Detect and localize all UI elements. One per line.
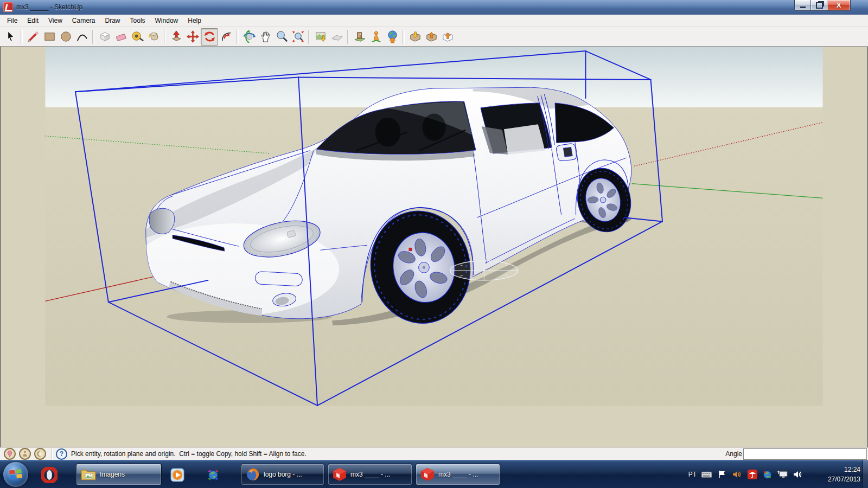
rotate-icon [203,30,216,43]
rotate-tool-button[interactable] [201,28,218,46]
paint-bucket-icon [147,30,161,43]
google-earth-icon [386,30,399,43]
move-icon [186,30,200,43]
get-current-view-icon [314,30,328,43]
menu-item[interactable]: Draw [100,15,125,26]
measurement-label: Angle [725,450,742,458]
menu-item[interactable]: View [43,15,67,26]
taskbar-button-label: mx3 ____ - ... [350,471,390,478]
add-new-building-button[interactable] [368,29,384,45]
make-component-button[interactable] [97,29,113,45]
minimize-button[interactable] [794,0,812,11]
speaker-icon[interactable] [793,470,803,480]
toolbar-separator [92,30,94,44]
geolocation-icon[interactable] [4,448,16,460]
restore-button[interactable] [810,0,828,11]
photo-textures-icon [353,30,367,43]
line-tool-button[interactable] [25,29,41,45]
menu-item[interactable]: Window [150,15,183,26]
inference-point [409,248,412,251]
measurement-input[interactable] [743,448,867,460]
status-help-text: Pick entity, rotation plane and origin. … [71,450,307,458]
menu-item[interactable]: Help [183,15,206,26]
close-icon: X [837,1,841,9]
restore-icon [816,2,823,9]
clock-date: 27/07/2013 [806,474,860,484]
sketchup-icon [420,467,435,481]
keyboard-icon[interactable] [701,470,712,480]
add-building-icon [369,30,383,43]
taskbar-button-label: logo borg - ... [264,471,302,478]
toolbar-separator [347,30,349,44]
rectangle-tool-button[interactable] [41,29,58,45]
status-bar: ? Pick entity, rotation plane and origin… [0,447,868,460]
toolbar [0,27,868,47]
toggle-terrain-button[interactable] [329,29,345,45]
model-scene [0,47,868,447]
pan-tool-button[interactable] [257,29,273,45]
orbit-icon [242,30,256,43]
windows-media-player-icon[interactable] [168,466,187,484]
taskbar-button-imagens[interactable]: Imagens [76,464,162,485]
zoom-extents-button[interactable] [290,29,306,45]
toolbar-separator [403,30,405,44]
system-tray: PT [688,460,803,488]
menu-item[interactable]: Edit [22,15,43,26]
start-button[interactable] [3,462,28,487]
menu-item[interactable]: Tools [125,15,150,26]
crescent-icon[interactable] [34,448,46,460]
circle-icon [59,30,73,43]
tape-measure-icon [131,30,144,43]
photo-textures-button[interactable] [352,29,368,45]
get-models-button[interactable] [407,29,423,45]
credit-person-icon[interactable] [19,448,31,460]
avira-umbrella-icon[interactable] [747,470,757,480]
move-tool-button[interactable] [184,29,201,45]
globe-sync-icon[interactable] [204,466,222,484]
preview-google-earth-button[interactable] [384,29,400,45]
headlight-far [149,208,175,234]
sketchup-app: { "window": { "title": "mx3 _____ - Sket… [0,0,868,488]
window-title: mx3 _____ - SketchUp [16,3,82,11]
menu-item[interactable]: Camera [67,15,100,26]
taskbar-button-label: mx3 ____ - ... [438,471,478,478]
firefox-icon [246,467,260,481]
side-mirror [556,144,576,161]
show-desktop-button[interactable] [863,460,868,488]
toolbar-separator [308,30,310,44]
display-connect-icon[interactable] [777,470,788,480]
help-icon[interactable]: ? [56,448,67,460]
orbit-tool-button[interactable] [241,29,257,45]
minimize-icon [800,7,806,8]
arc-tool-button[interactable] [74,29,90,45]
close-button[interactable]: X [827,0,851,11]
taskbar-button-sketchup-1[interactable]: mx3 ____ - ... [328,464,412,485]
make-component-icon [98,30,112,43]
taskbar-button-sketchup-2[interactable]: mx3 ____ - ... [416,464,500,485]
network-globe-icon[interactable] [762,470,773,480]
viewport-canvas[interactable] [0,47,868,447]
arc-icon [75,30,89,43]
share-model-button[interactable] [439,29,456,45]
volume-orange-icon[interactable] [732,470,742,480]
upload-model-icon [425,30,438,43]
action-center-flag-icon[interactable] [717,470,727,480]
opera-icon[interactable] [40,466,59,484]
statusbar-separator [52,449,52,459]
select-tool-button[interactable] [2,29,18,45]
tape-measure-button[interactable] [129,29,145,45]
taskbar-clock[interactable]: 12:24 27/07/2013 [806,465,860,484]
offset-icon [220,30,233,43]
get-current-view-button[interactable] [312,29,329,45]
zoom-tool-button[interactable] [273,29,290,45]
eraser-tool-button[interactable] [113,29,129,45]
offset-tool-button[interactable] [218,29,234,45]
circle-tool-button[interactable] [58,29,74,45]
push-pull-button[interactable] [168,29,184,45]
paint-bucket-button[interactable] [145,29,162,45]
menu-item[interactable]: File [2,15,22,26]
upload-model-button[interactable] [423,29,439,45]
taskbar-button-firefox[interactable]: logo borg - ... [241,464,324,485]
taskbar-button-label: Imagens [100,471,125,478]
language-indicator[interactable]: PT [688,471,697,478]
